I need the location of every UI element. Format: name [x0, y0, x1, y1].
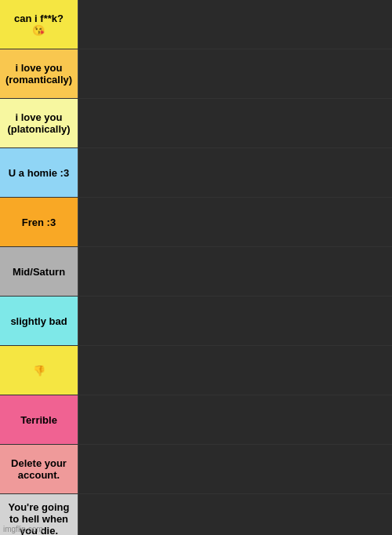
tier-row-i-love-you-romantically: i love you (romantically): [0, 49, 392, 99]
watermark: imgflip.com: [3, 525, 43, 533]
tier-content-mid-saturn: [78, 247, 392, 296]
tier-content-i-love-you-romantically: [78, 49, 392, 98]
tier-content-can-i-fk: [78, 0, 392, 49]
tier-row-going-to-hell: You're going to hell when you die.: [0, 494, 392, 535]
tier-list: can i f**k? 😘i love you (romantically)i …: [0, 0, 392, 535]
tier-label-mid-saturn: Mid/Saturn: [0, 247, 78, 296]
tier-row-thumbs-down: 👎: [0, 346, 392, 395]
tier-label-slightly-bad: slightly bad: [0, 297, 78, 345]
tier-label-i-love-you-romantically: i love you (romantically): [0, 49, 78, 98]
tier-label-fren: Fren :3: [0, 198, 78, 246]
tier-content-thumbs-down: [78, 346, 392, 395]
tier-label-u-a-homie: U a homie :3: [0, 148, 78, 197]
tier-row-slightly-bad: slightly bad: [0, 297, 392, 346]
tier-content-delete-account: [78, 445, 392, 493]
tier-row-can-i-fk: can i f**k? 😘: [0, 0, 392, 49]
tier-row-u-a-homie: U a homie :3: [0, 148, 392, 198]
tier-content-i-love-you-platonically: [78, 99, 392, 147]
tier-row-delete-account: Delete your account.: [0, 445, 392, 494]
tier-label-delete-account: Delete your account.: [0, 445, 78, 493]
tier-label-i-love-you-platonically: i love you (platonically): [0, 99, 78, 147]
tier-content-u-a-homie: [78, 148, 392, 197]
tier-row-terrible: Terrible: [0, 395, 392, 445]
tier-label-terrible: Terrible: [0, 395, 78, 444]
tier-content-going-to-hell: [78, 494, 392, 535]
tier-row-i-love-you-platonically: i love you (platonically): [0, 99, 392, 148]
tier-label-thumbs-down: 👎: [0, 346, 78, 395]
tier-content-fren: [78, 198, 392, 246]
tier-label-can-i-fk: can i f**k? 😘: [0, 0, 78, 49]
tier-row-fren: Fren :3: [0, 198, 392, 247]
tier-content-slightly-bad: [78, 297, 392, 345]
tier-content-terrible: [78, 395, 392, 444]
tier-row-mid-saturn: Mid/Saturn: [0, 247, 392, 297]
